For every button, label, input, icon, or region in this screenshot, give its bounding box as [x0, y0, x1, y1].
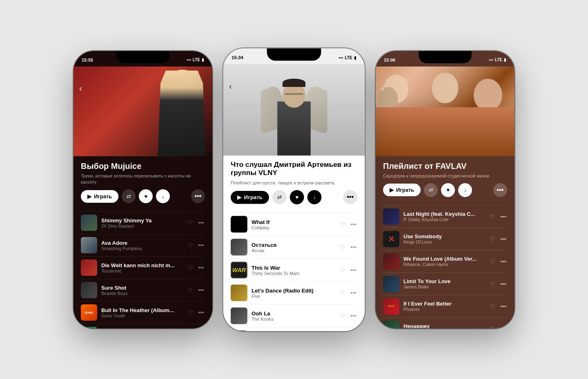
track-actions-r3: ♡ •••: [489, 280, 507, 288]
track-name-r5: Ненавижу: [403, 323, 485, 328]
download-btn-right[interactable]: ↓: [458, 183, 472, 197]
track-item-left-5[interactable]: Witness (1 Hope) Roots Manuva ♡ •••: [74, 324, 212, 328]
play-label-left: Играть: [94, 193, 112, 199]
header-image-right: ‹: [376, 66, 514, 156]
heart-btn-2[interactable]: ♡: [187, 264, 194, 272]
heart-btn-1[interactable]: ♡: [187, 241, 194, 249]
shuffle-btn-right[interactable]: ⇄: [424, 183, 438, 197]
track-item-left-2[interactable]: Die Welt kann mich nicht m... Tocotronic…: [74, 257, 212, 279]
track-actions-c2: ♡ •••: [339, 266, 357, 274]
dots-btn-1[interactable]: •••: [197, 241, 205, 249]
dots-r0[interactable]: •••: [499, 213, 507, 221]
dots-c1[interactable]: •••: [350, 243, 357, 251]
like-btn-center[interactable]: ♥: [290, 190, 304, 204]
dots-r4[interactable]: •••: [499, 302, 507, 310]
track-name-c4: Ooh La: [252, 310, 335, 316]
track-info-c1: Остаться Ассаи: [252, 242, 335, 253]
track-info-c2: This Is War Thirty Seconds To Mars: [252, 264, 335, 276]
heart-c2[interactable]: ♡: [339, 266, 346, 274]
more-btn-left[interactable]: •••: [191, 189, 205, 203]
dots-c2[interactable]: •••: [350, 266, 357, 274]
heart-r3[interactable]: ♡: [489, 280, 496, 288]
playlist-info-center: Что слушал Дмитрий Артемьев из группы VL…: [223, 155, 365, 213]
track-item-c2[interactable]: WAR This Is War Thirty Seconds To Mars ♡…: [223, 259, 365, 281]
dots-btn-0[interactable]: •••: [197, 219, 205, 227]
download-btn-left[interactable]: ↓: [156, 189, 170, 203]
dots-c3[interactable]: •••: [350, 288, 357, 297]
track-item-c3[interactable]: Let's Dance (Radio Edit) Five ♡ •••: [223, 281, 365, 304]
play-btn-center[interactable]: ▶ Играть: [231, 191, 269, 204]
track-info-r0: Last Night (feat. Keyshia C... P. Diddy,…: [403, 211, 485, 222]
dots-c0[interactable]: •••: [350, 220, 357, 228]
heart-r5[interactable]: ♡: [489, 325, 496, 328]
track-item-left-0[interactable]: Shimmy Shimmy Ya Ol' Dirty Bastard ♡ •••: [74, 212, 212, 234]
more-btn-center[interactable]: •••: [343, 190, 357, 204]
heart-r2[interactable]: ♡: [489, 257, 496, 266]
heart-r1[interactable]: ♡: [489, 235, 496, 243]
track-item-r2[interactable]: We Found Love (Album Ver... Rihanna, Cal…: [376, 250, 514, 273]
track-item-c0[interactable]: What If Coldplay ♡ •••: [223, 213, 365, 235]
dots-r5[interactable]: •••: [499, 325, 507, 328]
battery-left: ▮: [202, 58, 204, 62]
track-item-r4[interactable]: PHX If I Ever Feel Better Phoenix ♡ •••: [376, 295, 514, 317]
shuffle-btn-center[interactable]: ⇄: [272, 190, 287, 204]
dots-btn-4[interactable]: •••: [197, 308, 205, 317]
track-thumb-5: [81, 327, 97, 328]
dots-r1[interactable]: •••: [499, 235, 507, 243]
track-info-c4: Ooh La The Kooks: [252, 310, 335, 321]
heart-c0[interactable]: ♡: [339, 220, 346, 228]
dots-r2[interactable]: •••: [499, 257, 507, 266]
signal-right: ▪▪▪: [489, 58, 493, 62]
play-label-right: Играть: [396, 187, 414, 193]
back-button-left[interactable]: ‹: [79, 84, 82, 93]
track-info-r2: We Found Love (Album Ver... Rihanna, Cal…: [403, 256, 485, 267]
phone-left-content: 15:55 ▪▪▪ LTE ▮ ‹ Выбор: [74, 51, 212, 328]
artist-image-center: [261, 72, 327, 155]
track-artist-r1: Kings Of Leon: [403, 239, 485, 244]
track-thumb-r0: [383, 208, 399, 225]
playlist-desc-left: Треки, которые хотелось переписывать с к…: [81, 173, 205, 186]
heart-c1[interactable]: ♡: [339, 243, 346, 251]
track-item-left-1[interactable]: Ava Adore Smashing Pumpkins ♡ •••: [74, 234, 212, 256]
like-btn-left[interactable]: ♥: [139, 189, 153, 203]
track-thumb-2: [81, 259, 97, 276]
phones-container: 15:55 ▪▪▪ LTE ▮ ‹ Выбор: [57, 18, 531, 361]
controls-row-left: ▶ Играть ⇄ ♥ ↓ •••: [81, 189, 205, 203]
play-btn-right[interactable]: ▶ Играть: [383, 184, 421, 196]
track-info-r5: Ненавижу Иван Дорн: [403, 323, 485, 328]
like-btn-right[interactable]: ♥: [441, 183, 455, 197]
heart-btn-0[interactable]: ♡: [187, 219, 194, 227]
heart-c3[interactable]: ♡: [339, 288, 346, 297]
track-actions-c4: ♡ •••: [339, 312, 357, 320]
track-item-r1[interactable]: ✕ Use Somebody Kings Of Leon ♡ •••: [376, 228, 514, 250]
track-item-r5[interactable]: Ненавижу Иван Дорн ♡ •••: [376, 318, 514, 328]
shuffle-btn-left[interactable]: ⇄: [122, 189, 136, 203]
dots-btn-2[interactable]: •••: [197, 264, 205, 272]
playlist-title-right: Плейлист от FAVLAV: [383, 161, 507, 171]
back-button-center[interactable]: ‹: [229, 81, 232, 91]
heart-r0[interactable]: ♡: [489, 213, 496, 221]
phone-right-content: 15:06 ▪▪▪ LTE ▮ ‹: [376, 51, 514, 328]
download-btn-center[interactable]: ↓: [307, 190, 322, 204]
dots-c4[interactable]: •••: [350, 312, 357, 320]
track-thumb-c1: [231, 239, 247, 255]
more-btn-right[interactable]: •••: [493, 183, 507, 197]
track-item-c1[interactable]: Остаться Ассаи ♡ •••: [223, 236, 365, 258]
back-button-right[interactable]: ‹: [381, 84, 384, 93]
heart-r4[interactable]: ♡: [489, 302, 496, 310]
heart-c4[interactable]: ♡: [339, 312, 346, 320]
dots-r3[interactable]: •••: [499, 280, 507, 288]
track-thumb-1: [81, 237, 97, 253]
heart-btn-4[interactable]: ♡: [187, 308, 194, 317]
track-item-r3[interactable]: Limit To Your Love James Blake ♡ •••: [376, 273, 514, 295]
signal-left: ▪▪▪: [187, 58, 191, 62]
track-item-c4[interactable]: Ooh La The Kooks ♡ •••: [223, 304, 365, 327]
play-btn-left[interactable]: ▶ Играть: [81, 190, 118, 203]
track-item-r0[interactable]: Last Night (feat. Keyshia C... P. Diddy,…: [376, 206, 514, 228]
dots-btn-3[interactable]: •••: [197, 286, 205, 294]
heart-btn-3[interactable]: ♡: [187, 286, 194, 294]
track-item-left-3[interactable]: Sure Shot Beastie Boys ♡ •••: [74, 279, 212, 301]
track-item-left-4[interactable]: SONIC Bull In The Heather (Album... Soni…: [74, 301, 212, 324]
track-item-c5[interactable]: If Only The Kooks ♡ •••: [223, 327, 365, 331]
track-thumb-0: [81, 215, 97, 231]
